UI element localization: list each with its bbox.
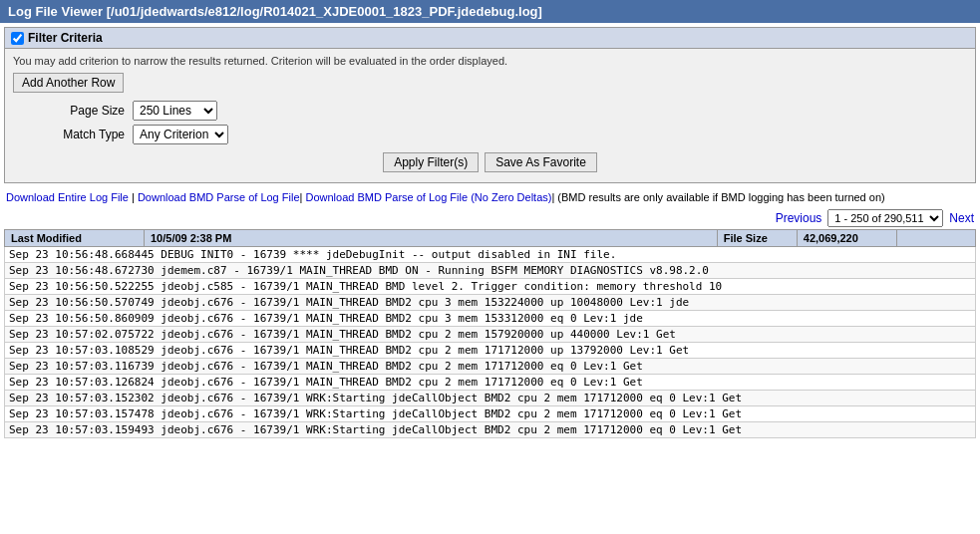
match-type-label: Match Type (13, 128, 133, 141)
filter-section: Filter Criteria You may add criterion to… (4, 27, 976, 183)
log-row-content: Sep 23 10:56:48.668445 DEBUG INIT0 - 167… (5, 247, 976, 263)
last-modified-header: Last Modified (5, 230, 145, 247)
previous-link[interactable]: Previous (776, 211, 822, 225)
page-range-select[interactable]: 1 - 250 of 290,511 (827, 209, 943, 227)
app-title: Log File Viewer [/u01/jdedwards/e812/log… (8, 4, 542, 19)
table-row: Sep 23 10:57:02.075722 jdeobj.c676 - 167… (5, 327, 976, 343)
page-size-select[interactable]: 250 Lines 500 Lines 1000 Lines (133, 101, 217, 121)
last-modified-value-header: 10/5/09 2:38 PM (145, 230, 718, 247)
title-bar: Log File Viewer [/u01/jdedwards/e812/log… (0, 0, 980, 23)
table-row: Sep 23 10:56:48.672730 jdemem.c87 - 1673… (5, 263, 976, 279)
log-row-content: Sep 23 10:56:50.860909 jdeobj.c676 - 167… (5, 311, 976, 327)
log-row-content: Sep 23 10:56:50.570749 jdeobj.c676 - 167… (5, 295, 976, 311)
download-all-link[interactable]: Download Entire Log File (6, 191, 129, 203)
log-table: Last Modified 10/5/09 2:38 PM File Size … (4, 229, 976, 438)
page-size-row: Page Size 250 Lines 500 Lines 1000 Lines (13, 101, 967, 121)
download-bmd-no-zero-link[interactable]: Download BMD Parse of Log File (No Zero … (305, 191, 551, 203)
log-table-header-row: Last Modified 10/5/09 2:38 PM File Size … (5, 230, 976, 247)
log-row-content: Sep 23 10:57:03.157478 jdeobj.c676 - 167… (5, 406, 976, 422)
filter-description: You may add criterion to narrow the resu… (13, 55, 967, 67)
download-bmd-link[interactable]: Download BMD Parse of Log File (138, 191, 300, 203)
filter-body: You may add criterion to narrow the resu… (5, 49, 975, 182)
action-row: Apply Filter(s) Save As Favorite (13, 152, 967, 172)
apply-filter-button[interactable]: Apply Filter(s) (383, 152, 479, 172)
add-row-button[interactable]: Add Another Row (13, 73, 124, 93)
filter-title: Filter Criteria (28, 31, 103, 45)
table-row: Sep 23 10:56:50.522255 jdeobj.c585 - 167… (5, 279, 976, 295)
table-row: Sep 23 10:57:03.152302 jdeobj.c676 - 167… (5, 391, 976, 406)
bmd-note: (BMD results are only available if BMD l… (557, 191, 884, 203)
file-size-header: File Size (717, 230, 797, 247)
log-row-content: Sep 23 10:56:50.522255 jdeobj.c585 - 167… (5, 279, 976, 295)
filter-header: Filter Criteria (5, 28, 975, 49)
links-section: Download Entire Log File | Download BMD … (0, 187, 980, 207)
table-row: Sep 23 10:57:03.108529 jdeobj.c676 - 167… (5, 343, 976, 359)
table-row: Sep 23 10:57:03.116739 jdeobj.c676 - 167… (5, 359, 976, 375)
page-size-label: Page Size (13, 104, 133, 118)
log-rest-header (896, 230, 975, 247)
table-row: Sep 23 10:57:03.157478 jdeobj.c676 - 167… (5, 406, 976, 422)
log-row-content: Sep 23 10:56:48.672730 jdemem.c87 - 1673… (5, 263, 976, 279)
log-row-content: Sep 23 10:57:03.116739 jdeobj.c676 - 167… (5, 359, 976, 375)
log-row-content: Sep 23 10:57:03.126824 jdeobj.c676 - 167… (5, 375, 976, 391)
log-row-content: Sep 23 10:57:03.108529 jdeobj.c676 - 167… (5, 343, 976, 359)
table-row: Sep 23 10:57:03.159493 jdeobj.c676 - 167… (5, 422, 976, 438)
pagination-row: Previous 1 - 250 of 290,511 Next (0, 207, 980, 229)
filter-collapse-checkbox[interactable] (11, 32, 24, 45)
match-type-row: Match Type Any Criterion All Criteria (13, 125, 967, 144)
save-favorite-button[interactable]: Save As Favorite (485, 152, 597, 172)
table-row: Sep 23 10:57:03.126824 jdeobj.c676 - 167… (5, 375, 976, 391)
log-row-content: Sep 23 10:57:03.159493 jdeobj.c676 - 167… (5, 422, 976, 438)
log-row-content: Sep 23 10:57:02.075722 jdeobj.c676 - 167… (5, 327, 976, 343)
file-size-value-header: 42,069,220 (797, 230, 896, 247)
next-link[interactable]: Next (949, 211, 974, 225)
table-row: Sep 23 10:56:48.668445 DEBUG INIT0 - 167… (5, 247, 976, 263)
table-row: Sep 23 10:56:50.570749 jdeobj.c676 - 167… (5, 295, 976, 311)
match-type-select[interactable]: Any Criterion All Criteria (133, 125, 228, 144)
log-row-content: Sep 23 10:57:03.152302 jdeobj.c676 - 167… (5, 391, 976, 406)
log-table-body: Sep 23 10:56:48.668445 DEBUG INIT0 - 167… (5, 247, 976, 438)
table-row: Sep 23 10:56:50.860909 jdeobj.c676 - 167… (5, 311, 976, 327)
